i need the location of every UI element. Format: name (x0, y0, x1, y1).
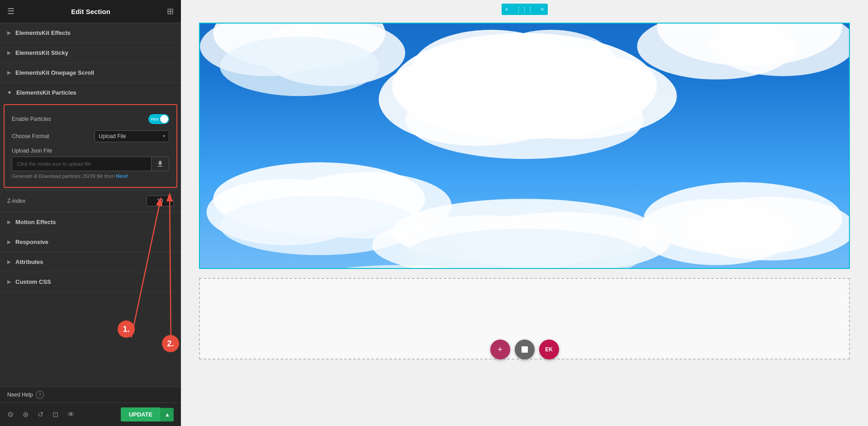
chevron-right-icon: ▶ (7, 30, 11, 35)
zindex-label: Z-index (7, 198, 25, 204)
accordion-header-motion[interactable]: ▶ Motion Effects (0, 212, 181, 232)
accordion-responsive: ▶ Responsive (0, 232, 181, 252)
page-title: Edit Section (71, 8, 110, 15)
sky-section (199, 23, 850, 269)
clouds-svg (200, 24, 849, 268)
section-drag-button[interactable]: ⋮⋮⋮ (512, 4, 537, 15)
responsive-icon[interactable]: ⊡ (52, 410, 58, 419)
fab-add-button[interactable]: + (490, 340, 510, 359)
accordion-header-effects[interactable]: ▶ ElementsKit Effects (0, 23, 181, 43)
accordion-custom-css: ▶ Custom CSS (0, 272, 181, 292)
accordion-elementskit-sticky: ▶ ElementsKit Sticky (0, 43, 181, 63)
choose-format-label: Choose Format (12, 133, 49, 139)
eye-icon[interactable]: 👁 (67, 411, 75, 419)
accordion-header-sticky[interactable]: ▶ ElementsKit Sticky (0, 43, 181, 62)
accordion-header-particles[interactable]: ▼ ElementsKit Particles (0, 83, 181, 102)
accordion-elementskit-effects: ▶ ElementsKit Effects (0, 23, 181, 43)
chevron-right-icon-sticky: ▶ (7, 50, 11, 55)
bottom-fab-group: + EK (490, 340, 559, 359)
chevron-right-icon-responsive: ▶ (7, 239, 11, 244)
canvas-area: + ⋮⋮⋮ × (181, 0, 868, 369)
particles-section: Enable Particles YES Choose Format Uploa… (4, 104, 177, 188)
help-icon: ? (36, 391, 44, 399)
accordion-header-custom-css[interactable]: ▶ Custom CSS (0, 272, 181, 292)
accordion-label-onepage: ElementsKit Onepage Scroll (15, 69, 94, 76)
upload-json-label: Upload Json File (12, 148, 169, 154)
accordion-header-attributes[interactable]: ▶ Attributes (0, 252, 181, 272)
upload-placeholder-text: Click the media icon to upload file (12, 158, 151, 170)
accordion-header-responsive[interactable]: ▶ Responsive (0, 232, 181, 252)
accordion-label-particles: ElementsKit Particles (16, 89, 76, 96)
enable-particles-toggle[interactable]: YES (148, 114, 169, 124)
accordion-label-attributes: Attributes (15, 258, 43, 265)
upload-json-section: Upload Json File Click the media icon to… (12, 145, 169, 182)
main-content: + ⋮⋮⋮ × (181, 0, 868, 426)
layers-icon[interactable]: ⊕ (23, 410, 28, 419)
toggle-yes-label: YES (151, 117, 159, 121)
svg-point-13 (220, 36, 379, 96)
upload-hint-link[interactable]: Here! (116, 173, 128, 179)
section-toolbar: + ⋮⋮⋮ × (501, 4, 547, 15)
settings-icon[interactable]: ⚙ (7, 410, 14, 419)
update-button[interactable]: UPDATE (121, 407, 161, 421)
toggle-knob (160, 115, 168, 123)
hamburger-icon[interactable]: ☰ (7, 6, 14, 16)
choose-format-select-wrapper: Upload File Inline JSON Preset (95, 130, 169, 142)
chevron-right-icon-motion: ▶ (7, 220, 11, 225)
accordion-label-responsive: Responsive (15, 239, 48, 245)
accordion-motion-effects: ▶ Motion Effects (0, 212, 181, 232)
chevron-down-icon-particles: ▼ (7, 90, 12, 95)
need-help-text: Need Help (7, 392, 33, 398)
chevron-right-icon-onepage: ▶ (7, 70, 11, 75)
upload-icon (156, 160, 164, 168)
accordion-label-motion: Motion Effects (15, 219, 56, 225)
upload-media-button[interactable] (151, 157, 169, 171)
history-icon[interactable]: ↺ (38, 410, 43, 419)
accordion-attributes: ▶ Attributes (0, 252, 181, 272)
upload-input-row: Click the media icon to upload file (12, 157, 169, 171)
chevron-right-icon-custom-css: ▶ (7, 279, 11, 284)
upload-hint-prefix: Generate & Download particles JSON file … (12, 173, 116, 179)
grid-icon[interactable]: ⊞ (167, 6, 174, 16)
enable-particles-row: Enable Particles YES (12, 110, 169, 128)
zindex-row: Z-index (0, 190, 181, 212)
annotation-circle-2: 2. (162, 335, 179, 352)
chevron-right-icon-attributes: ▶ (7, 259, 11, 264)
accordion-label-sticky: ElementsKit Sticky (15, 49, 68, 56)
sidebar: ☰ Edit Section ⊞ ▶ ElementsKit Effects ▶… (0, 0, 181, 426)
upload-hint: Generate & Download particles JSON file … (12, 173, 169, 179)
svg-point-9 (485, 30, 617, 103)
need-help[interactable]: Need Help ? (7, 391, 44, 399)
accordion-label-custom-css: Custom CSS (15, 278, 51, 285)
sidebar-header: ☰ Edit Section ⊞ (0, 0, 181, 23)
update-dropdown-button[interactable]: ▲ (161, 408, 174, 421)
section-close-button[interactable]: × (537, 4, 548, 15)
enable-particles-label: Enable Particles (12, 116, 51, 122)
footer-icons: ⚙ ⊕ ↺ ⊡ 👁 (7, 410, 75, 419)
sky-image (200, 24, 849, 268)
choose-format-row: Choose Format Upload File Inline JSON Pr… (12, 128, 169, 145)
choose-format-select[interactable]: Upload File Inline JSON Preset (95, 130, 169, 142)
stop-icon (522, 346, 528, 353)
zindex-input[interactable] (147, 196, 174, 206)
fab-stop-button[interactable] (515, 340, 535, 359)
svg-point-27 (683, 197, 849, 261)
sidebar-content: ▶ ElementsKit Effects ▶ ElementsKit Stic… (0, 23, 181, 387)
annotation-circle-1: 1. (118, 321, 135, 338)
accordion-onepage-scroll: ▶ ElementsKit Onepage Scroll (0, 63, 181, 83)
section-add-button[interactable]: + (501, 4, 512, 15)
update-btn-group: UPDATE ▲ (121, 407, 174, 421)
accordion-particles: ▼ ElementsKit Particles Enable Particles… (0, 83, 181, 190)
accordion-header-onepage[interactable]: ▶ ElementsKit Onepage Scroll (0, 63, 181, 82)
fab-ek-button[interactable]: EK (539, 340, 559, 359)
accordion-label-effects: ElementsKit Effects (15, 29, 71, 36)
